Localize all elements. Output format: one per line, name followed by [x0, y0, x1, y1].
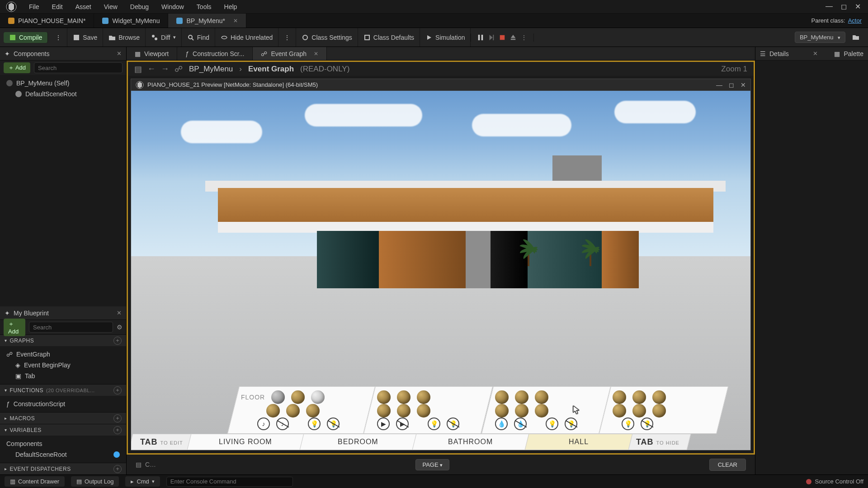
facade-column — [466, 231, 491, 288]
section-functions[interactable]: ▾ FUNCTIONS (20 OVERRIDABL... ＋ — [0, 384, 126, 396]
menu-debug[interactable]: Debug — [124, 3, 155, 10]
blueprint-icon — [176, 18, 183, 24]
compile-options-button[interactable]: ⋮ — [50, 28, 67, 47]
content-drawer-button[interactable]: ▥ Content Drawer — [5, 476, 65, 487]
myblueprint-search-input[interactable] — [29, 322, 113, 333]
save-button[interactable]: Save — [67, 28, 103, 47]
pie-preview-window: PIANO_HOUSE_21 Preview [NetMode: Standal… — [131, 79, 751, 450]
window-maximize-icon[interactable]: ◻ — [729, 81, 734, 89]
browse-button[interactable]: Browse — [103, 28, 146, 47]
readonly-label: (READ-ONLY) — [300, 65, 349, 74]
chevron-down-icon: ▾ — [5, 427, 7, 432]
class-settings-button[interactable]: Class Settings — [296, 28, 358, 47]
details-icon: ☰ — [760, 50, 766, 57]
svg-rect-2 — [74, 35, 79, 40]
page-dropdown[interactable]: PAGE ▾ — [415, 459, 449, 470]
component-row-self[interactable]: BP_MyMenu (Self) — [0, 78, 126, 89]
menu-window[interactable]: Window — [155, 3, 190, 10]
details-panel-header[interactable]: ☰ Details ✕ ▦ Palette — [755, 47, 868, 61]
eject-icon[interactable] — [510, 33, 516, 42]
myblueprint-panel-header[interactable]: ✦ My Blueprint ✕ — [0, 306, 126, 320]
results-options-icon[interactable]: ▤ — [136, 461, 142, 468]
components-search-input[interactable] — [34, 62, 123, 73]
add-dispatcher-button[interactable]: ＋ — [113, 465, 122, 473]
menu-file[interactable]: File — [23, 3, 46, 10]
component-row-root[interactable]: DefaultSceneRoot — [0, 89, 126, 99]
section-variables[interactable]: ▾ VARIABLES ＋ — [0, 424, 126, 436]
diff-button[interactable]: Diff ▾ — [146, 28, 182, 47]
pause-icon[interactable] — [477, 33, 484, 42]
doc-tab-label: BP_MyMenu* — [186, 17, 225, 24]
close-icon[interactable]: ✕ — [117, 310, 122, 316]
doc-tab-bp[interactable]: BP_MyMenu* ✕ — [168, 14, 246, 28]
doc-tab-level[interactable]: PIANO_HOUSE_MAIN* — [0, 14, 94, 28]
window-maximize-icon[interactable]: ◻ — [841, 2, 847, 11]
svg-marker-12 — [490, 34, 493, 40]
add-component-button[interactable]: ＋ Add — [4, 62, 30, 73]
event-tab[interactable]: ▣Tab — [0, 371, 126, 381]
doc-tab-widget[interactable]: Widget_MyMenu — [94, 14, 168, 28]
class-defaults-button[interactable]: Class Defaults — [358, 28, 420, 47]
simulation-button[interactable]: Simulation — [420, 28, 471, 47]
nav-fwd-icon[interactable]: → — [161, 64, 169, 74]
graph-icon: ☍ — [6, 351, 13, 358]
menu-view[interactable]: View — [98, 3, 124, 10]
chevron-down-icon: ▾ — [5, 338, 7, 343]
variables-components-group[interactable]: Components — [0, 438, 126, 449]
menu-asset[interactable]: Asset — [69, 3, 98, 10]
tab-event-graph[interactable]: ☍Event Graph✕ — [253, 47, 327, 60]
nav-home-icon[interactable]: ▤ — [134, 64, 142, 74]
section-macros[interactable]: ▸ MACROS ＋ — [0, 412, 126, 424]
add-macro-button[interactable]: ＋ — [113, 414, 122, 422]
menu-tools[interactable]: Tools — [190, 3, 218, 10]
close-icon[interactable]: ✕ — [233, 18, 238, 24]
preview-viewport[interactable]: FLOOR — [131, 91, 750, 450]
menu-help[interactable]: Help — [218, 3, 244, 10]
compile-button[interactable]: Compile — [4, 32, 48, 43]
tab-construction-script[interactable]: ƒConstruction Scr... — [177, 47, 253, 60]
breadcrumb-leaf[interactable]: Event Graph — [248, 65, 294, 74]
hide-unrelated-button[interactable]: Hide Unrelated — [215, 28, 278, 47]
window-close-icon[interactable]: ✕ — [741, 81, 746, 89]
components-panel-header[interactable]: ✦ Components ✕ — [0, 47, 126, 61]
add-graph-button[interactable]: ＋ — [113, 337, 122, 345]
function-constructionscript[interactable]: ƒConstructionScript — [0, 399, 126, 409]
close-icon[interactable]: ✕ — [314, 51, 318, 57]
output-log-button[interactable]: ▤ Output Log — [71, 476, 119, 487]
gear-icon[interactable]: ⚙ — [117, 324, 123, 331]
event-icon: ▣ — [15, 372, 21, 380]
variable-defaultsceneroot[interactable]: DefaultSceneRoot — [0, 449, 126, 460]
play-options-button[interactable]: ⋮ — [521, 34, 527, 41]
cmd-dropdown[interactable]: ▸ Cmd ▾ — [125, 476, 160, 487]
breadcrumb-root[interactable]: BP_MyMenu — [189, 65, 233, 74]
console-input[interactable] — [166, 477, 293, 487]
stop-icon[interactable] — [499, 33, 505, 42]
graph-eventgraph[interactable]: ☍EventGraph — [0, 349, 126, 360]
event-beginplay[interactable]: ◈Event BeginPlay — [0, 360, 126, 371]
close-icon[interactable]: ✕ — [813, 50, 818, 57]
locate-debug-object-icon[interactable] — [852, 33, 860, 42]
parent-class-link[interactable]: Actor — [848, 17, 862, 24]
add-function-button[interactable]: ＋ — [113, 386, 122, 394]
debug-object-dropdown[interactable]: BP_MyMenu ▾ — [795, 32, 845, 43]
section-graphs[interactable]: ▾ GRAPHS ＋ — [0, 334, 126, 346]
add-variable-button[interactable]: ＋ — [113, 426, 122, 434]
window-minimize-icon[interactable]: — — [826, 2, 833, 11]
tab-viewport[interactable]: ▦Viewport — [127, 47, 177, 60]
source-control-button[interactable]: Source Control Off — [815, 478, 863, 485]
nav-graph-icon[interactable]: ☍ — [175, 64, 183, 74]
hide-unrelated-options[interactable]: ⋮ — [278, 28, 296, 47]
frame-advance-icon[interactable] — [488, 33, 495, 42]
window-minimize-icon[interactable]: — — [716, 81, 722, 89]
section-dispatchers[interactable]: ▸ EVENT DISPATCHERS ＋ — [0, 463, 126, 474]
close-icon[interactable]: ✕ — [117, 50, 122, 57]
add-new-button[interactable]: ＋ Add — [4, 319, 25, 336]
nav-back-icon[interactable]: ← — [147, 64, 156, 74]
menu-edit[interactable]: Edit — [46, 3, 69, 10]
svg-rect-11 — [481, 34, 483, 40]
results-label: C… — [145, 461, 156, 468]
window-close-icon[interactable]: ✕ — [855, 2, 861, 11]
clear-button[interactable]: CLEAR — [709, 459, 746, 471]
find-button[interactable]: Find — [182, 28, 215, 47]
ue-logo-icon — [136, 81, 144, 89]
